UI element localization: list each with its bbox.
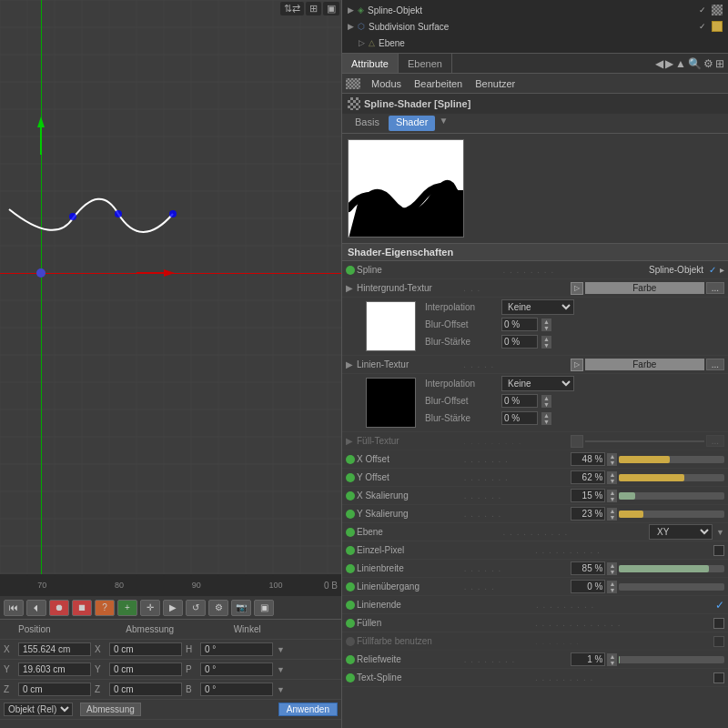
loop-btn[interactable]: ↺ xyxy=(186,600,206,616)
stop-btn[interactable]: ⏹ xyxy=(72,600,92,616)
sub-tab-arrow[interactable]: ▼ xyxy=(439,116,448,131)
reliefweite-slider[interactable] xyxy=(619,656,724,663)
p-winkel[interactable]: 0 ° xyxy=(200,662,273,676)
arrow-up-icon[interactable]: ▲ xyxy=(675,57,686,70)
linien-toggle[interactable]: ▷ xyxy=(571,359,583,371)
linienung-input[interactable] xyxy=(571,580,605,593)
blur-offset-down-2[interactable]: ▼ xyxy=(541,401,551,408)
linienbreite-up[interactable]: ▲ xyxy=(607,562,617,569)
viewport-icon-grid[interactable]: ⊞ xyxy=(306,2,321,15)
linienbreite-input[interactable] xyxy=(571,561,605,575)
search-icon[interactable]: 🔍 xyxy=(688,57,702,70)
x-offset-slider[interactable] xyxy=(619,456,724,463)
y-skal-input[interactable] xyxy=(571,507,605,521)
anwenden-btn[interactable]: Anwenden xyxy=(278,703,338,716)
y-offset-down[interactable]: ▼ xyxy=(607,478,617,484)
reliefweite-input[interactable] xyxy=(571,652,605,666)
prev-btn[interactable]: ⏴ xyxy=(26,600,46,616)
reliefweite-up[interactable]: ▲ xyxy=(607,653,617,660)
cursor-btn[interactable]: ✛ xyxy=(140,600,160,616)
x-abmessung[interactable]: 0 cm xyxy=(109,642,182,656)
object-mode-select[interactable]: Objekt (Rel) xyxy=(4,703,73,716)
x-position[interactable]: 155.624 cm xyxy=(18,642,91,656)
autokey-btn[interactable]: ⚙ xyxy=(208,600,228,616)
x-offset-up[interactable]: ▲ xyxy=(607,453,617,460)
gear-icon[interactable]: ⚙ xyxy=(703,57,713,70)
hintergrund-toggle[interactable]: ▷ xyxy=(571,282,583,295)
linien-farbe-btn[interactable]: Farbe xyxy=(585,359,704,370)
hintergrund-color-swatch[interactable] xyxy=(366,301,416,351)
tab-ebenen[interactable]: Ebenen xyxy=(399,54,452,73)
ebene-dropdown-arrow[interactable]: ▼ xyxy=(716,528,724,537)
arrow-right-icon[interactable]: ▶ xyxy=(665,57,673,70)
y-abmessung[interactable]: 0 cm xyxy=(109,662,182,676)
reliefweite-down[interactable]: ▼ xyxy=(607,660,617,666)
tab-attribute[interactable]: Attribute xyxy=(342,54,399,73)
h-winkel[interactable]: 0 ° xyxy=(200,642,273,656)
y-offset-input[interactable] xyxy=(571,470,605,484)
linienung-slider[interactable] xyxy=(619,583,724,591)
object-item-spline[interactable]: ▶ ◈ Spline-Objekt ✓ xyxy=(342,2,728,18)
x-skal-up[interactable]: ▲ xyxy=(607,490,617,496)
blur-staerke-down-1[interactable]: ▼ xyxy=(541,342,551,349)
hintergrund-more-btn[interactable]: ... xyxy=(706,282,724,294)
object-item-plane[interactable]: ▷ △ Ebene xyxy=(342,35,728,51)
y-offset-up[interactable]: ▲ xyxy=(607,471,617,478)
prev-start-btn[interactable]: ⏮ xyxy=(4,600,24,616)
x-skal-input[interactable] xyxy=(571,489,605,502)
hintergrund-farbe-btn[interactable]: Farbe xyxy=(585,282,704,294)
blur-staerke-input-2[interactable] xyxy=(501,411,538,425)
y-skal-up[interactable]: ▲ xyxy=(607,508,617,514)
y-position[interactable]: 19.603 cm xyxy=(18,662,91,676)
linienung-down[interactable]: ▼ xyxy=(607,587,617,593)
blur-staerke-up-1[interactable]: ▲ xyxy=(541,336,551,342)
blur-offset-input-1[interactable] xyxy=(501,318,538,331)
einzel-checkbox[interactable] xyxy=(713,545,724,556)
interp-select-2[interactable]: Keine xyxy=(501,376,574,391)
x-skal-slider[interactable] xyxy=(619,492,724,500)
linien-more-btn[interactable]: ... xyxy=(706,359,724,370)
window-icon[interactable]: ⊞ xyxy=(715,57,724,70)
hintergrund-expand-icon[interactable]: ▶ xyxy=(346,283,353,293)
blur-staerke-up-2[interactable]: ▲ xyxy=(541,412,551,419)
x-offset-input[interactable] xyxy=(571,452,605,466)
viewport-icon-arrows[interactable]: ⇅⇄ xyxy=(280,2,304,15)
linien-color-swatch[interactable] xyxy=(366,378,416,428)
abmessung-btn[interactable]: Abmessung xyxy=(80,703,141,716)
help-btn[interactable]: ? xyxy=(95,600,115,616)
blur-offset-up-2[interactable]: ▲ xyxy=(541,395,551,401)
b-winkel[interactable]: 0 ° xyxy=(200,682,273,696)
blur-offset-down-1[interactable]: ▼ xyxy=(541,325,551,331)
menu-benutzer[interactable]: Benutzer xyxy=(470,76,521,91)
z-position[interactable]: 0 cm xyxy=(18,682,91,696)
y-offset-slider[interactable] xyxy=(619,474,724,481)
menu-bearbeiten[interactable]: Bearbeiten xyxy=(409,76,468,91)
x-skal-down[interactable]: ▼ xyxy=(607,496,617,502)
blur-staerke-input-1[interactable] xyxy=(501,335,538,349)
blur-staerke-down-2[interactable]: ▼ xyxy=(541,419,551,425)
arrow-left-icon[interactable]: ◀ xyxy=(655,57,663,70)
z-abmessung[interactable]: 0 cm xyxy=(109,682,182,696)
y-skal-down[interactable]: ▼ xyxy=(607,514,617,521)
render-btn[interactable]: 📷 xyxy=(231,600,251,616)
x-offset-down[interactable]: ▼ xyxy=(607,460,617,466)
text-spline-checkbox[interactable] xyxy=(713,672,724,683)
object-item-subdiv[interactable]: ▶ ⬡ Subdivision Surface ✓ xyxy=(342,18,728,35)
anim-btn[interactable]: ▶ xyxy=(163,600,183,616)
linienung-up[interactable]: ▲ xyxy=(607,581,617,587)
spline-arrow-icon[interactable]: ▸ xyxy=(720,265,724,275)
linien-expand-icon[interactable]: ▶ xyxy=(346,359,353,369)
record2-btn[interactable]: ▣ xyxy=(254,600,274,616)
linienbreite-slider[interactable] xyxy=(619,565,724,572)
sub-tab-shader[interactable]: Shader xyxy=(389,116,435,131)
sub-tab-basis[interactable]: Basis xyxy=(348,116,387,131)
linienbreite-down[interactable]: ▼ xyxy=(607,569,617,575)
add-key-btn[interactable]: + xyxy=(117,600,137,616)
fuellen-checkbox[interactable] xyxy=(713,618,724,629)
viewport-icon-lock[interactable]: ▣ xyxy=(323,2,339,15)
blur-offset-up-1[interactable]: ▲ xyxy=(541,318,551,325)
y-skal-slider[interactable] xyxy=(619,511,724,518)
ebene-select[interactable]: XY XZ YZ xyxy=(649,524,713,540)
interp-select-1[interactable]: Keine xyxy=(501,299,574,315)
record-btn[interactable]: ⏺ xyxy=(49,600,69,616)
